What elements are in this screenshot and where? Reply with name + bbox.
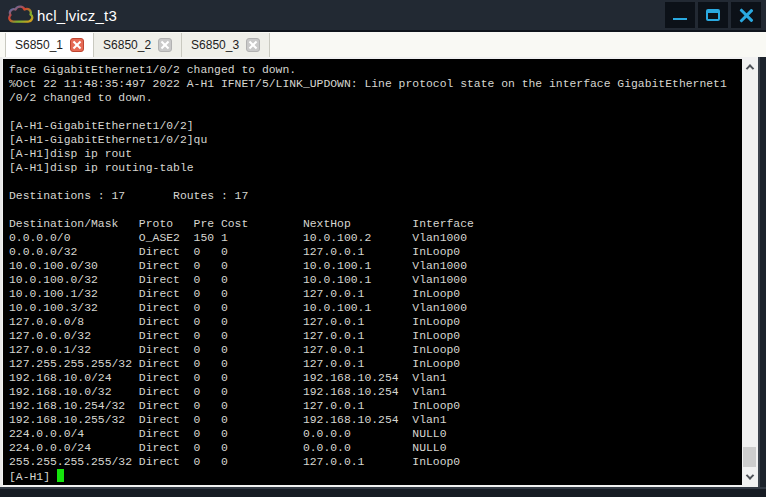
terminal-prompt: [A-H1] <box>9 471 57 483</box>
maximize-button[interactable] <box>698 2 728 28</box>
tab-label: S6850_1 <box>15 38 63 52</box>
device-tabbar: S6850_1 S6850_2 S6850_3 <box>0 30 766 57</box>
close-icon <box>739 8 754 23</box>
close-window-button[interactable] <box>731 2 761 28</box>
scrollbar-thumb[interactable] <box>743 447 756 467</box>
titlebar: hcl_lvicz_t3 <box>0 0 766 30</box>
terminal-output: face GigabitEthernet1/0/2 changed to dow… <box>9 64 727 468</box>
minimize-button[interactable] <box>665 2 695 28</box>
close-icon <box>161 41 169 49</box>
tab-close-button[interactable] <box>246 38 260 52</box>
tab-close-button[interactable] <box>158 38 172 52</box>
scroll-up-button[interactable] <box>742 59 757 75</box>
window-bottom-edge <box>0 487 766 497</box>
hcl-simulator-window: hcl_lvicz_t3 S6850_1 S6850_2 S6850_3 <box>0 0 766 497</box>
tab-s6850-1[interactable]: S6850_1 <box>5 33 94 57</box>
tab-label: S6850_3 <box>191 38 239 52</box>
chevron-up-icon <box>745 64 753 72</box>
window-title: hcl_lvicz_t3 <box>37 7 117 24</box>
window-right-edge <box>758 57 766 487</box>
chevron-down-icon <box>745 471 753 479</box>
tab-label: S6850_2 <box>103 38 151 52</box>
terminal-console[interactable]: face GigabitEthernet1/0/2 changed to dow… <box>3 59 742 485</box>
tab-s6850-3[interactable]: S6850_3 <box>182 33 270 57</box>
close-icon <box>73 41 81 49</box>
terminal-frame: face GigabitEthernet1/0/2 changed to dow… <box>0 57 758 487</box>
tab-close-button[interactable] <box>70 38 84 52</box>
close-icon <box>249 41 257 49</box>
terminal-cursor <box>57 469 64 482</box>
vertical-scrollbar[interactable] <box>742 59 757 485</box>
tab-s6850-2[interactable]: S6850_2 <box>94 33 182 57</box>
scroll-down-button[interactable] <box>742 469 757 485</box>
maximize-icon <box>706 9 720 21</box>
minimize-icon <box>673 18 687 20</box>
hcl-cloud-logo-icon <box>7 5 34 25</box>
